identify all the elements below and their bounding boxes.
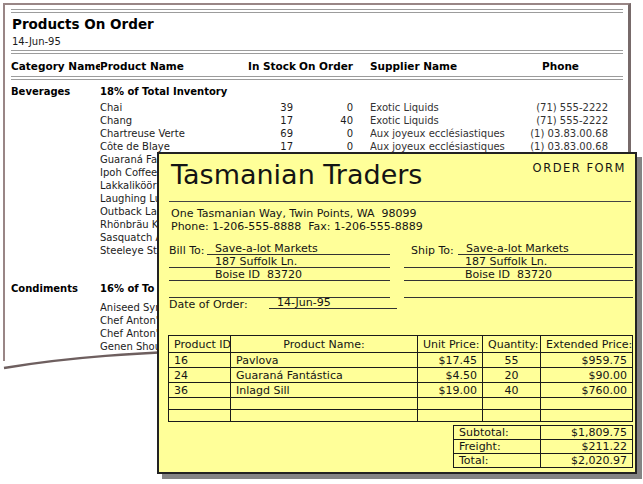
cell-on-order: 0 bbox=[293, 102, 353, 113]
cell-quantity: 40 bbox=[483, 383, 541, 398]
order-form-label: ORDER FORM bbox=[533, 161, 626, 175]
cell-unit-price: $17.45 bbox=[418, 353, 483, 368]
cell-in-stock: 17 bbox=[248, 141, 293, 152]
company-name: Tasmanian Traders bbox=[171, 159, 422, 190]
cell-product-id: 16 bbox=[169, 353, 231, 368]
cell-product: Côte de Blaye bbox=[100, 141, 248, 152]
order-row: 36Inlagd Sill$19.0040$760.00 bbox=[169, 383, 633, 398]
cell-quantity: 20 bbox=[483, 368, 541, 383]
cell-product-id: 36 bbox=[169, 383, 231, 398]
subtotal-label: Subtotal: bbox=[454, 426, 541, 440]
table-row: Chang1740Exotic Liquids(71) 555-2222 bbox=[100, 115, 608, 127]
col-header-in-stock: In Stock bbox=[248, 60, 293, 72]
cell-on-order: 0 bbox=[293, 141, 353, 152]
cell-product-name: Guaraná Fantástica bbox=[231, 368, 418, 383]
col-header-category: Category Name bbox=[11, 60, 100, 72]
cell-extended-price: $760.00 bbox=[541, 383, 633, 398]
table-row: Chartreuse Verte690Aux joyeux ecclésiast… bbox=[100, 128, 608, 140]
cell-quantity: 55 bbox=[483, 353, 541, 368]
cell-supplier: Aux joyeux ecclésiastiques bbox=[370, 141, 522, 152]
total-value: $2,020.97 bbox=[541, 454, 633, 468]
order-row-empty bbox=[169, 398, 633, 410]
order-row-empty bbox=[169, 410, 633, 422]
cell-supplier: Exotic Liquids bbox=[370, 102, 522, 113]
order-form: ORDER FORM Tasmanian Traders One Tasmani… bbox=[157, 152, 637, 474]
company-address: One Tasmanian Way, Twin Points, WA 98099 bbox=[171, 207, 417, 220]
category-name: Condiments bbox=[11, 283, 100, 294]
col-header-on-order: On Order bbox=[293, 60, 353, 72]
bill-to-line: Boise ID 83720 bbox=[169, 268, 390, 281]
cell-in-stock: 17 bbox=[248, 115, 293, 126]
date-of-order-value: 14-Jun-95 bbox=[269, 296, 397, 309]
freight-value: $211.22 bbox=[541, 440, 633, 454]
cell-phone: (71) 555-2222 bbox=[522, 115, 608, 126]
order-row: 16Pavlova$17.4555$959.75 bbox=[169, 353, 633, 368]
cell-product-name: Pavlova bbox=[231, 353, 418, 368]
date-of-order-label: Date of Order: bbox=[169, 298, 248, 311]
cell-quantity bbox=[483, 410, 541, 422]
cell-product: Chang bbox=[100, 115, 248, 126]
cell-product-id bbox=[169, 398, 231, 410]
order-row: 24Guaraná Fantástica$4.5020$90.00 bbox=[169, 368, 633, 383]
ship-to-line bbox=[404, 285, 633, 298]
cell-unit-price bbox=[418, 410, 483, 422]
ship-to-line: Boise ID 83720 bbox=[404, 268, 633, 281]
divider bbox=[11, 9, 623, 13]
subtotal-row: Subtotal:$1,809.75 bbox=[454, 426, 633, 440]
cell-extended-price: $90.00 bbox=[541, 368, 633, 383]
cell-supplier: Exotic Liquids bbox=[370, 115, 522, 126]
col-header-extended-price: Extended Price: bbox=[541, 336, 633, 353]
report-column-headers: Category Name Product Name In Stock On O… bbox=[11, 60, 608, 72]
cell-product: Chai bbox=[100, 102, 248, 113]
col-header-product-name: Product Name: bbox=[231, 336, 418, 353]
freight-row: Freight:$211.22 bbox=[454, 440, 633, 454]
category-name: Beverages bbox=[11, 86, 100, 97]
col-header-product: Product Name bbox=[100, 60, 248, 72]
total-label: Total: bbox=[454, 454, 541, 468]
subtotal-value: $1,809.75 bbox=[541, 426, 633, 440]
cell-product-id bbox=[169, 410, 231, 422]
cell-in-stock: 39 bbox=[248, 102, 293, 113]
col-header-unit-price: Unit Price: bbox=[418, 336, 483, 353]
report-title: Products On Order bbox=[12, 16, 154, 32]
cell-quantity bbox=[483, 398, 541, 410]
cell-product-name bbox=[231, 398, 418, 410]
bill-to-line: 187 Suffolk Ln. bbox=[169, 255, 390, 268]
company-phone-fax: Phone: 1-206-555-8888 Fax: 1-206-555-888… bbox=[171, 220, 423, 233]
divider bbox=[11, 50, 623, 54]
order-items-table: Product ID Product Name: Unit Price: Qua… bbox=[168, 335, 633, 422]
cell-in-stock: 69 bbox=[248, 128, 293, 139]
cell-phone: (1) 03.83.00.68 bbox=[522, 128, 608, 139]
divider bbox=[169, 201, 631, 202]
cell-extended-price bbox=[541, 398, 633, 410]
order-table-header: Product ID Product Name: Unit Price: Qua… bbox=[169, 336, 633, 353]
cell-phone: (1) 03.83.00.68 bbox=[522, 141, 608, 152]
cell-extended-price bbox=[541, 410, 633, 422]
col-header-supplier: Supplier Name bbox=[370, 60, 522, 72]
col-header-product-id: Product ID bbox=[169, 336, 231, 353]
cell-product: Chartreuse Verte bbox=[100, 128, 248, 139]
section-header-beverages: Beverages 18% of Total Inventory bbox=[11, 86, 248, 97]
bill-to-line: Save-a-lot Markets bbox=[207, 242, 390, 255]
total-row: Total:$2,020.97 bbox=[454, 454, 633, 468]
cell-on-order: 40 bbox=[293, 115, 353, 126]
col-header-quantity: Quantity: bbox=[483, 336, 541, 353]
ship-to-line: Save-a-lot Markets bbox=[458, 242, 633, 255]
cell-unit-price bbox=[418, 398, 483, 410]
ship-to-line: 187 Suffolk Ln. bbox=[404, 255, 633, 268]
divider bbox=[11, 76, 623, 80]
report-date: 14-Jun-95 bbox=[12, 36, 61, 47]
category-summary: 18% of Total Inventory bbox=[100, 86, 248, 97]
cell-supplier: Aux joyeux ecclésiastiques bbox=[370, 128, 522, 139]
cell-product-id: 24 bbox=[169, 368, 231, 383]
cell-on-order: 0 bbox=[293, 128, 353, 139]
cell-product-name: Inlagd Sill bbox=[231, 383, 418, 398]
cell-phone: (71) 555-2222 bbox=[522, 102, 608, 113]
col-header-phone: Phone bbox=[522, 60, 608, 72]
screen: { "report": { "title": "Products On Orde… bbox=[0, 0, 643, 484]
cell-unit-price: $19.00 bbox=[418, 383, 483, 398]
cell-extended-price: $959.75 bbox=[541, 353, 633, 368]
freight-label: Freight: bbox=[454, 440, 541, 454]
totals-table: Subtotal:$1,809.75 Freight:$211.22 Total… bbox=[453, 425, 633, 468]
cell-unit-price: $4.50 bbox=[418, 368, 483, 383]
